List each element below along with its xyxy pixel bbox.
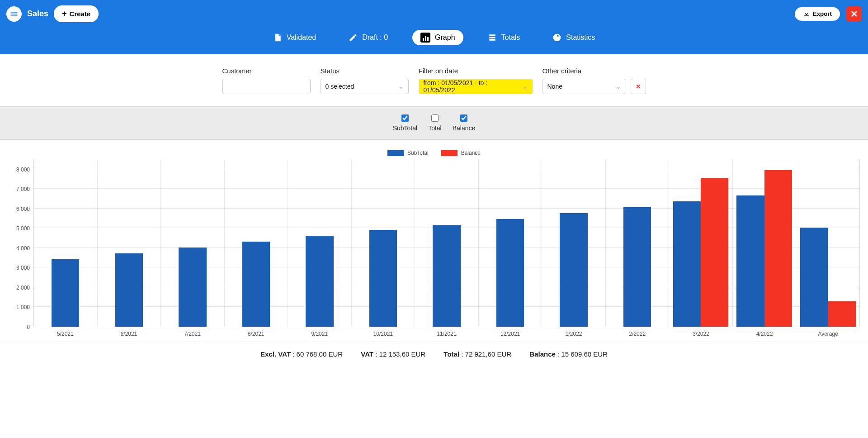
chevron-down-icon: ⌄ <box>522 83 528 90</box>
summary-total-value: : 72 921,60 EUR <box>459 350 511 358</box>
legend-balance-label: Balance <box>461 150 481 156</box>
bar-subtotal <box>306 236 333 327</box>
bar-balance <box>764 170 792 327</box>
tab-totals[interactable]: Totals <box>480 30 528 45</box>
chart-slot <box>415 160 479 327</box>
header-right: Export ✕ <box>795 6 862 22</box>
clear-filters-button[interactable]: ✕ <box>631 79 646 94</box>
status-select-value: 0 selected <box>326 83 354 90</box>
filter-customer: Customer <box>222 67 311 94</box>
y-tick: 4 000 <box>16 245 30 252</box>
filter-other-label: Other criteria <box>542 67 646 75</box>
bar-subtotal <box>560 213 587 327</box>
date-range-select[interactable]: from : 01/05/2021 - to : 01/05/2022 ⌄ <box>419 79 533 94</box>
x-label: Average <box>796 331 860 337</box>
download-icon <box>803 10 810 18</box>
y-tick: 6 000 <box>16 206 30 212</box>
chevron-down-icon: ⌄ <box>398 83 404 90</box>
export-button[interactable]: Export <box>795 7 840 21</box>
x-label: 1/2022 <box>542 331 606 337</box>
legend-balance: Balance <box>441 150 481 156</box>
tab-statistics-label: Statistics <box>566 33 595 42</box>
chart-wrap: 01 0002 0003 0004 0005 0006 0007 0008 00… <box>8 160 860 337</box>
x-label: 10/2021 <box>351 331 415 337</box>
bar-subtotal <box>623 207 651 327</box>
other-criteria-select[interactable]: None ⌄ <box>542 79 626 94</box>
hamburger-icon <box>9 10 19 19</box>
tab-bar: Validated Draft : 0 Graph Totals Statist… <box>6 22 862 54</box>
close-button[interactable]: ✕ <box>846 6 862 22</box>
x-label: 3/2022 <box>669 331 733 337</box>
other-criteria-value: None <box>547 83 562 90</box>
checkbox-subtotal-input[interactable] <box>401 114 409 122</box>
checkbox-total[interactable]: Total <box>428 114 442 132</box>
legend-subtotal-label: SubTotal <box>407 150 429 156</box>
chart-slot <box>669 160 733 327</box>
chart-slot <box>288 160 352 327</box>
bar-subtotal <box>800 228 828 327</box>
y-tick: 5 000 <box>16 225 30 232</box>
chart-y-axis: 01 0002 0003 0004 0005 0006 0007 0008 00… <box>8 160 33 327</box>
y-tick: 2 000 <box>16 285 30 291</box>
x-label: 8/2021 <box>224 331 288 337</box>
checkbox-subtotal[interactable]: SubTotal <box>393 114 417 132</box>
checkbox-balance[interactable]: Balance <box>453 114 476 132</box>
header-left: Sales + Create <box>6 5 99 22</box>
chart-slot <box>542 160 606 327</box>
x-label: 12/2021 <box>478 331 542 337</box>
filter-other: Other criteria None ⌄ ✕ <box>542 67 646 94</box>
export-button-label: Export <box>813 10 832 17</box>
x-label: 5/2021 <box>33 331 97 337</box>
chart-slot <box>479 160 542 327</box>
tab-graph-label: Graph <box>435 33 455 42</box>
filter-status: Status 0 selected ⌄ <box>321 67 409 94</box>
bar-subtotal <box>52 259 79 327</box>
status-select[interactable]: 0 selected ⌄ <box>321 79 409 94</box>
statistics-icon <box>552 33 561 42</box>
tab-validated[interactable]: Validated <box>265 30 325 45</box>
customer-input[interactable] <box>222 79 311 94</box>
chart-legend: SubTotal Balance <box>8 150 860 156</box>
tab-statistics[interactable]: Statistics <box>544 30 603 45</box>
chart-slot <box>225 160 288 327</box>
chart-slot <box>733 160 797 327</box>
summary-exclvat-label: Excl. VAT <box>260 350 291 358</box>
x-label: 2/2022 <box>605 331 669 337</box>
app-header: Sales + Create Export ✕ Validated Draft … <box>0 0 868 54</box>
summary-exclvat-value: : 60 768,00 EUR <box>291 350 343 358</box>
y-tick: 1 000 <box>16 304 30 310</box>
tab-validated-label: Validated <box>287 33 316 42</box>
checkbox-balance-input[interactable] <box>460 114 467 122</box>
bar-subtotal <box>496 219 524 327</box>
chart-x-axis: 5/20216/20217/20218/20219/202110/202111/… <box>33 331 860 337</box>
tab-graph[interactable]: Graph <box>412 30 463 45</box>
checkbox-total-input[interactable] <box>431 114 439 122</box>
x-label: 11/2021 <box>415 331 479 337</box>
filter-customer-label: Customer <box>222 67 311 75</box>
hamburger-menu-button[interactable] <box>6 6 22 22</box>
summary-balance-value: : 15 609,60 EUR <box>556 350 608 358</box>
checkbox-total-label: Total <box>428 124 442 132</box>
filter-bar: Customer Status 0 selected ⌄ Filter on d… <box>0 54 868 106</box>
y-tick: 7 000 <box>16 186 30 192</box>
bar-subtotal <box>673 201 701 327</box>
tab-draft-label: Draft : 0 <box>362 33 388 42</box>
page-title: Sales <box>27 9 48 19</box>
summary-vat-label: VAT <box>361 350 373 358</box>
bar-balance <box>828 301 855 327</box>
create-button[interactable]: + Create <box>54 5 99 22</box>
bar-chart-icon <box>420 33 430 43</box>
filter-status-label: Status <box>321 67 409 75</box>
tab-draft[interactable]: Draft : 0 <box>340 30 396 45</box>
chevron-down-icon: ⌄ <box>616 83 621 90</box>
legend-swatch-subtotal <box>387 150 404 156</box>
chart-plot <box>33 160 860 327</box>
pencil-icon <box>349 33 358 42</box>
close-icon: ✕ <box>636 83 641 90</box>
chart-slot <box>98 160 161 327</box>
totals-icon <box>488 33 497 42</box>
filter-date: Filter on date from : 01/05/2021 - to : … <box>419 67 533 94</box>
summary-total-label: Total <box>443 350 459 358</box>
filter-date-label: Filter on date <box>419 67 533 75</box>
close-icon: ✕ <box>850 9 858 19</box>
